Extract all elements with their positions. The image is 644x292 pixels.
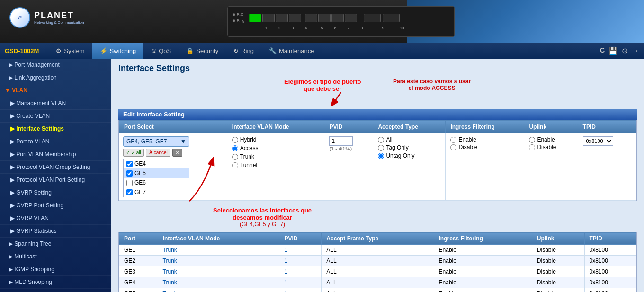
uplink-enable-radio[interactable] [529, 137, 535, 143]
ingress-enable-radio[interactable] [450, 137, 456, 143]
mode-hybrid[interactable]: Hybrid [232, 136, 320, 143]
port-list-item-ge6[interactable]: GE6 [124, 178, 189, 187]
ge6-checkbox[interactable] [126, 180, 133, 186]
check-icon: ✓ [126, 150, 130, 156]
arrow-icon: ▶ [10, 202, 16, 209]
sidebar-item-protocol-vlan-port[interactable]: ▶ Protocol VLAN Port Setting [0, 174, 111, 186]
table-cell-tpid: 0x8100 [584, 266, 636, 277]
table-cell-accept: ALL [322, 288, 434, 292]
type-tag-only[interactable]: Tag Only [378, 144, 440, 151]
sidebar-item-port-management[interactable]: ▶ Port Management [0, 59, 111, 71]
annotation-bottom-2: deseamos modificar [213, 214, 312, 221]
sidebar-item-gvrp-statistics[interactable]: ▶ GVRP Statistics [0, 225, 111, 238]
uplink-disable[interactable]: Disable [529, 144, 572, 150]
sidebar-item-management-vlan[interactable]: ▶ Management VLAN [0, 97, 111, 110]
ge6-label: GE6 [134, 179, 146, 186]
table-cell-uplink: Disable [532, 277, 584, 288]
sidebar-item-link-aggregation[interactable]: ▶ Link Aggregation [0, 71, 111, 84]
edit-port-select-cell: GE4, GE5, GE7 ▼ ✓ ✓ all ✗ [119, 133, 227, 201]
data-col-port: Port [119, 233, 158, 245]
sidebar-item-lldp[interactable]: ▶ LLDP [0, 289, 111, 292]
uplink-disable-radio[interactable] [529, 144, 535, 150]
port-list-item-ge5[interactable]: GE5 [124, 168, 189, 178]
nav-user-icon[interactable]: ⊙ [622, 46, 628, 55]
edit-ingress-cell: Enable Disable [446, 133, 524, 201]
select-all-button[interactable]: ✓ ✓ all [123, 149, 144, 157]
type-untag-only[interactable]: Untag Only [378, 152, 440, 159]
arrow-icon: ▶ [10, 189, 16, 196]
table-cell-mode: Trunk [158, 256, 279, 266]
clear-button[interactable]: ✕ [172, 149, 182, 157]
mode-access[interactable]: Access [232, 145, 320, 151]
type-all[interactable]: All [378, 136, 440, 143]
mode-tunnel[interactable]: Tunnel [232, 162, 320, 168]
ingress-disable[interactable]: Disable [450, 144, 519, 150]
sidebar-item-protocol-vlan-group[interactable]: ▶ Protocol VLAN Group Setting [0, 161, 111, 174]
table-row: GE1Trunk1ALLEnableDisable0x8100 [119, 245, 636, 256]
port-num-7: 7 [342, 26, 355, 30]
sidebar-item-gvrp-vlan[interactable]: ▶ GVRP VLAN [0, 212, 111, 225]
data-col-accept: Accept Frame Type [322, 233, 434, 245]
ingress-enable[interactable]: Enable [450, 136, 519, 143]
data-col-ingress: Ingress Filtering [434, 233, 532, 245]
arrow-icon: ▶ [10, 100, 16, 106]
nav-qos[interactable]: ≋ QoS [143, 43, 179, 59]
arrow-icon: ▶ [10, 138, 16, 145]
nav-security[interactable]: 🔒 Security [179, 43, 226, 59]
sidebar-item-igmp[interactable]: ▶ IGMP Snooping [0, 263, 111, 276]
sidebar-item-vlan[interactable]: ▼ VLAN [0, 84, 111, 97]
sidebar-item-multicast[interactable]: ▶ Multicast [0, 250, 111, 263]
nav-refresh-icon[interactable]: C [600, 46, 605, 55]
sidebar-item-mld[interactable]: ▶ MLD Snooping [0, 276, 111, 289]
nav-logout-icon[interactable]: → [632, 46, 639, 55]
data-col-mode: Interface VLAN Mode [158, 233, 279, 245]
all-radio[interactable] [378, 137, 384, 143]
port-3 [276, 14, 288, 22]
table-cell-tpid: 0x8100 [584, 277, 636, 288]
ge4-checkbox[interactable] [126, 161, 133, 167]
col-port-select: Port Select [119, 121, 227, 133]
port-list-item-ge4[interactable]: GE4 [124, 159, 189, 168]
cancel-button[interactable]: ✗ cancel [146, 149, 170, 157]
table-cell-mode: Trunk [158, 245, 279, 256]
sidebar-item-interface-settings[interactable]: ▶ Interface Settings [0, 123, 111, 135]
tpid-select[interactable]: 0x8100 0x88A8 0x9100 [583, 136, 613, 146]
port-select-dropdown[interactable]: GE4, GE5, GE7 ▼ [123, 136, 189, 147]
ge5-label: GE5 [134, 170, 146, 177]
nav-system[interactable]: ⚙ System [48, 43, 92, 59]
nav-switching[interactable]: ⚡ Switching [92, 43, 144, 59]
ge5-checkbox[interactable] [126, 170, 133, 177]
nav-maintenance[interactable]: 🔧 Maintenance [261, 43, 322, 59]
ge7-label: GE7 [134, 189, 146, 195]
sidebar-item-gvrp-setting[interactable]: ▶ GVRP Setting [0, 186, 111, 199]
hybrid-radio[interactable] [232, 137, 238, 143]
table-cell-mode: Trunk [158, 277, 279, 288]
annotation-top-4: el modo ACCESS [393, 85, 471, 91]
tag-only-radio[interactable] [378, 145, 384, 151]
data-col-pvid: PVID [279, 233, 322, 245]
uplink-enable[interactable]: Enable [529, 136, 572, 143]
port-group-2 [305, 14, 357, 22]
nav-save-icon[interactable]: 💾 [608, 46, 618, 55]
tunnel-radio[interactable] [232, 162, 238, 168]
pvid-input[interactable] [329, 136, 353, 146]
arrow-icon: ▶ [9, 74, 14, 81]
sidebar-item-port-to-vlan[interactable]: ▶ Port to VLAN [0, 135, 111, 148]
ingress-disable-radio[interactable] [450, 144, 456, 150]
sidebar-item-port-vlan-membership[interactable]: ▶ Port VLAN Membership [0, 148, 111, 161]
port-list-item-ge7[interactable]: GE7 [124, 187, 189, 197]
nav-ring[interactable]: ↻ Ring [226, 43, 261, 59]
sidebar-item-create-vlan[interactable]: ▶ Create VLAN [0, 110, 111, 123]
table-cell-mode: Trunk [158, 288, 279, 292]
sidebar-item-spanning-tree[interactable]: ▶ Spanning Tree [0, 238, 111, 250]
table-cell-port: GE5 [119, 288, 158, 292]
trunk-radio[interactable] [232, 154, 238, 160]
mode-trunk[interactable]: Trunk [232, 153, 320, 160]
arrow-icon: ▶ [10, 113, 16, 119]
untag-only-radio[interactable] [378, 153, 384, 159]
sidebar-item-gvrp-port[interactable]: ▶ GVRP Port Setting [0, 199, 111, 212]
arrow-icon: ▶ [9, 62, 14, 68]
access-radio[interactable] [232, 145, 238, 151]
ge7-checkbox[interactable] [126, 189, 133, 195]
table-cell-uplink: Disable [532, 288, 584, 292]
